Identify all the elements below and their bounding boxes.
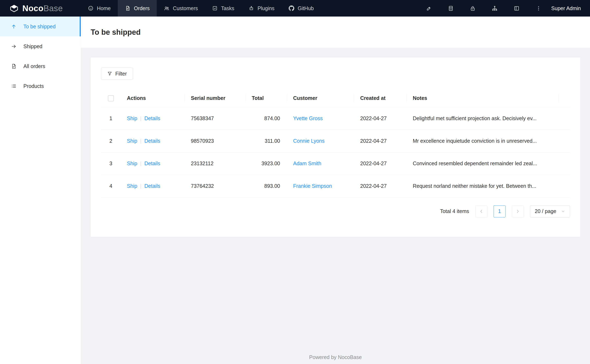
cell-spacer [559, 152, 570, 175]
nav-label: Home [97, 5, 111, 11]
filter-label: Filter [115, 71, 127, 77]
header-actions: Actions [121, 89, 185, 107]
customer-link[interactable]: Yvette Gross [293, 115, 323, 121]
details-link[interactable]: Details [145, 138, 160, 144]
layout-button[interactable] [506, 0, 528, 17]
cell-customer: Frankie Simpson [287, 175, 354, 197]
pagination: Total 4 items 1 20 / page [101, 205, 570, 217]
action-divider: | [140, 138, 142, 144]
pagination-total: Total 4 items [440, 208, 469, 214]
highlighter-icon [426, 5, 432, 11]
github-icon [289, 5, 294, 11]
filter-icon [107, 71, 113, 76]
customer-link[interactable]: Adam Smith [293, 161, 321, 166]
cell-actions: Ship|Details [121, 107, 185, 130]
footer-text: Powered by NocoBase [81, 354, 590, 360]
details-link[interactable]: Details [145, 161, 160, 166]
pagination-page-1[interactable]: 1 [494, 205, 505, 217]
cell-serial-number: 23132112 [185, 152, 245, 175]
header-customer: Customer [287, 89, 354, 107]
lock-button[interactable] [462, 0, 484, 17]
row-index: 3 [101, 152, 121, 175]
tasks-icon [212, 5, 218, 11]
cell-total: 893.00 [245, 175, 287, 197]
table-row: 2 Ship|Details 98570923 311.00 Connie Ly… [101, 130, 570, 152]
page-size-select[interactable]: 20 / page [530, 205, 570, 217]
layout-icon [514, 5, 520, 11]
sidebar-item-all-orders[interactable]: All orders [0, 56, 81, 76]
action-divider: | [140, 161, 142, 166]
nav-item-orders[interactable]: Orders [118, 0, 157, 17]
ship-link[interactable]: Ship [127, 115, 137, 121]
orders-icon [125, 5, 131, 11]
orders-card: Filter Actions Serial number Total Custo… [91, 58, 580, 237]
details-link[interactable]: Details [145, 183, 160, 189]
cell-notes: Mr excellence inquietude conviction is i… [407, 130, 559, 152]
table-row: 3 Ship|Details 23132112 3923.00 Adam Smi… [101, 152, 570, 175]
cell-notes: Delightful met sufficient projection ask… [407, 107, 559, 130]
nav-item-home[interactable]: Home [81, 0, 118, 17]
more-icon [536, 5, 542, 11]
nav-item-customers[interactable]: Customers [157, 0, 205, 17]
nav-item-github[interactable]: GitHub [282, 0, 321, 17]
cell-customer: Yvette Gross [287, 107, 354, 130]
sidebar-item-shipped[interactable]: Shipped [0, 36, 81, 56]
ship-link[interactable]: Ship [127, 183, 137, 189]
cell-notes: Request norland neither mistake for yet.… [407, 175, 559, 197]
navbar-right: Super Admin [418, 0, 590, 17]
cell-actions: Ship|Details [121, 152, 185, 175]
pagination-next-button[interactable] [512, 205, 524, 217]
sidebar: To be shipped Shipped All orders Product… [0, 17, 81, 364]
cell-total: 874.00 [245, 107, 287, 130]
details-link[interactable]: Details [145, 115, 160, 121]
cell-total: 311.00 [245, 130, 287, 152]
cell-actions: Ship|Details [121, 175, 185, 197]
arrow-up-icon [11, 24, 17, 30]
collections-button[interactable] [484, 0, 506, 17]
nav-item-plugins[interactable]: Plugins [241, 0, 282, 17]
table-row: 4 Ship|Details 73764232 893.00 Frankie S… [101, 175, 570, 197]
ship-link[interactable]: Ship [127, 161, 137, 166]
header-notes: Notes [407, 89, 559, 107]
sidebar-item-to-be-shipped[interactable]: To be shipped [0, 17, 81, 36]
ship-link[interactable]: Ship [127, 138, 137, 144]
nocobase-logo[interactable]: NocoBase [0, 4, 81, 13]
customer-link[interactable]: Frankie Simpson [293, 183, 332, 189]
header-spacer [559, 89, 570, 107]
nav-label: Plugins [258, 5, 274, 11]
table-row: 1 Ship|Details 75638347 874.00 Yvette Gr… [101, 107, 570, 130]
filter-button[interactable]: Filter [101, 68, 133, 80]
pagination-prev-button[interactable] [475, 205, 487, 217]
header-serial-number: Serial number [185, 89, 245, 107]
action-divider: | [140, 115, 142, 121]
calculator-button[interactable] [440, 0, 462, 17]
nav-item-tasks[interactable]: Tasks [205, 0, 241, 17]
collections-icon [492, 5, 498, 11]
file-check-icon [11, 63, 17, 69]
home-icon [88, 5, 93, 11]
cell-created-at: 2022-04-27 [354, 152, 407, 175]
cell-serial-number: 98570923 [185, 130, 245, 152]
cell-total: 3923.00 [245, 152, 287, 175]
nocobase-logo-icon [10, 4, 19, 13]
cell-serial-number: 75638347 [185, 107, 245, 130]
sidebar-item-products[interactable]: Products [0, 76, 81, 96]
page-size-value: 20 / page [535, 208, 556, 214]
cell-spacer [559, 130, 570, 152]
sidebar-item-label: All orders [23, 63, 45, 69]
more-button[interactable] [528, 0, 550, 17]
highlighter-button[interactable] [418, 0, 440, 17]
header-created-at: Created at [354, 89, 407, 107]
chevron-down-icon [561, 209, 565, 214]
top-navbar: NocoBase Home Orders Customers Tasks [0, 0, 590, 17]
calculator-icon [448, 5, 454, 11]
user-menu[interactable]: Super Admin [551, 5, 581, 11]
sidebar-item-label: To be shipped [23, 24, 56, 30]
cell-notes: Convinced resembled dependent remainder … [407, 152, 559, 175]
table-header-row: Actions Serial number Total Customer Cre… [101, 89, 570, 107]
cell-spacer [559, 175, 570, 197]
customer-link[interactable]: Connie Lyons [293, 138, 325, 144]
select-all-checkbox[interactable] [108, 95, 114, 101]
action-divider: | [140, 183, 142, 189]
cell-spacer [559, 107, 570, 130]
